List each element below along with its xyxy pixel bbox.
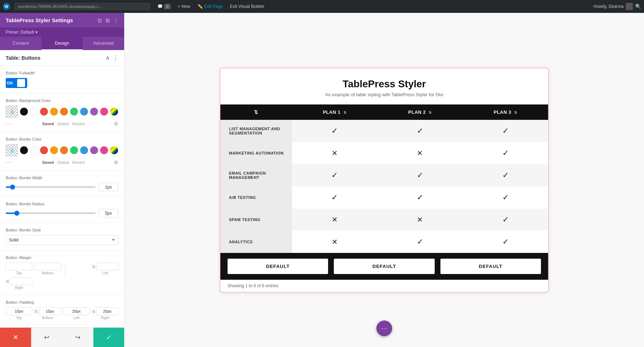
tab-content[interactable]: Content — [0, 37, 42, 50]
browser-bar: W wordpress-784896-3610405.cloudwaysapps… — [0, 0, 644, 13]
padding-bottom-label: Bottom — [42, 316, 54, 320]
eyedropper-icon: 💧 — [9, 109, 15, 114]
comment-icon[interactable]: 💬 0 — [155, 3, 174, 11]
sort-icon-empty[interactable]: ⇅ — [254, 109, 258, 115]
padding-top-input[interactable]: 10px — [6, 307, 32, 315]
section-title: Table: Buttons — [6, 55, 40, 61]
border-color-tab-global[interactable]: Global — [57, 160, 69, 165]
expand-icon[interactable]: ⊡ — [98, 18, 102, 23]
plan3-cell-0: ✓ — [463, 120, 548, 142]
url-bar[interactable]: wordpress-784896-3610405.cloudwaysapps.c… — [14, 3, 150, 10]
color-tab-global[interactable]: Global — [57, 122, 69, 126]
bg-color-preview[interactable]: 💧 — [6, 106, 18, 118]
bg-color-section: Button: Background Color 💧 — [0, 93, 124, 132]
more-options-icon[interactable]: ⋮ — [113, 18, 118, 23]
section-more-icon[interactable]: ⋮ — [113, 54, 118, 61]
color-dot-black[interactable] — [20, 108, 28, 116]
plan1-cell-5: ✕ — [292, 231, 377, 253]
color-footer-tabs: Saved Global Recent — [42, 122, 85, 126]
fab-button[interactable]: ··· — [376, 321, 392, 336]
margin-top-label: Top — [16, 271, 22, 275]
more-colors-icon[interactable]: ··· — [6, 120, 13, 127]
cross-icon: ✕ — [332, 216, 338, 224]
border-color-dot-purple[interactable] — [90, 146, 98, 154]
border-width-slider-field: 1px — [6, 183, 118, 191]
edit-page-nav-item[interactable]: ✏️ Edit Page — [195, 3, 226, 10]
tab-advanced[interactable]: Advanced — [83, 37, 124, 50]
border-color-gear-icon[interactable]: ⚙ — [114, 160, 118, 165]
color-dot-orange[interactable] — [60, 108, 68, 116]
padding-left-label: Left — [73, 316, 79, 320]
border-color-dot-white[interactable] — [30, 146, 38, 154]
border-more-colors-icon[interactable]: ··· — [6, 158, 13, 166]
margin-bottom-input[interactable] — [34, 263, 61, 270]
padding-right-input[interactable]: 20px — [96, 307, 118, 315]
border-radius-field: Button: Border Radius 5px — [0, 197, 124, 223]
border-color-dot-black[interactable] — [20, 146, 28, 154]
color-dot-gradient[interactable] — [110, 108, 118, 116]
sort-icon-plan1[interactable]: ⇅ — [343, 111, 347, 114]
exit-visual-builder-nav-item[interactable]: Exit Visual Builder — [227, 3, 268, 10]
color-dot-blue[interactable] — [80, 108, 88, 116]
color-dot-purple[interactable] — [90, 108, 98, 116]
margin-left-input[interactable] — [96, 263, 118, 270]
border-color-preview[interactable]: 💧 — [6, 144, 18, 156]
border-color-dot-red[interactable] — [40, 146, 48, 154]
color-dot-green[interactable] — [70, 108, 78, 116]
border-color-dot-green[interactable] — [70, 146, 78, 154]
border-radius-input[interactable]: 5px — [98, 209, 118, 218]
color-tab-saved[interactable]: Saved — [42, 122, 54, 126]
tab-design[interactable]: Design — [42, 37, 83, 50]
undo-button[interactable]: ↩ — [31, 328, 62, 347]
plan1-button[interactable]: DEFAULT — [228, 259, 328, 274]
border-color-tab-saved[interactable]: Saved — [42, 160, 54, 165]
border-color-dot-pink[interactable] — [100, 146, 108, 154]
collapse-icon[interactable]: ∧ — [106, 54, 110, 61]
plan3-button[interactable]: DEFAULT — [440, 259, 541, 274]
color-dot-white[interactable] — [30, 108, 38, 116]
margin-right-input[interactable] — [10, 277, 32, 285]
color-dot-pink[interactable] — [100, 108, 108, 116]
border-width-slider[interactable] — [6, 186, 96, 188]
redo-button[interactable]: ↪ — [62, 328, 93, 347]
border-radius-slider[interactable] — [6, 212, 96, 214]
padding-left-wrap: 20px — [63, 307, 90, 315]
margin-top-input[interactable] — [6, 263, 32, 270]
border-width-input[interactable]: 1px — [98, 183, 118, 191]
close-button[interactable]: ✕ — [0, 328, 31, 347]
padding-left-input[interactable]: 20px — [63, 307, 90, 315]
wp-logo-icon[interactable]: W — [3, 3, 10, 10]
plan2-button[interactable]: DEFAULT — [334, 259, 434, 274]
sort-icon-plan3[interactable]: ⇅ — [514, 111, 517, 114]
margin-field: Button: Margin Top Bottom — [0, 250, 124, 295]
border-color-dot-gradient[interactable] — [110, 146, 118, 154]
color-dot-yellow[interactable] — [50, 108, 58, 116]
cross-icon: ✕ — [417, 149, 423, 157]
sidebar-header: TablePress Styler Settings ⊡ ⊟ ⋮ — [0, 13, 124, 28]
border-color-dot-orange[interactable] — [60, 146, 68, 154]
color-gear-icon[interactable]: ⚙ — [114, 121, 118, 127]
color-dot-red[interactable] — [40, 108, 48, 116]
border-color-label: Button: Border Color — [6, 137, 118, 141]
check-icon: ✓ — [502, 148, 509, 157]
border-color-dot-yellow[interactable] — [50, 146, 58, 154]
plan2-cell-3: ✓ — [377, 186, 463, 209]
plan1-cell-0: ✓ — [292, 120, 377, 142]
sort-icon-plan2[interactable]: ⇅ — [429, 111, 432, 114]
padding-label: Button: Padding — [6, 300, 118, 304]
howdy-text: Howdy, Deanna 🔍 — [594, 3, 641, 10]
new-nav-item[interactable]: + New — [175, 3, 193, 10]
search-icon[interactable]: 🔍 — [635, 4, 641, 9]
columns-icon[interactable]: ⊟ — [106, 18, 110, 23]
color-tab-recent[interactable]: Recent — [72, 122, 85, 126]
border-color-dot-blue[interactable] — [80, 146, 88, 154]
main-layout: TablePress Styler Settings ⊡ ⊟ ⋮ Preset:… — [0, 13, 644, 347]
plan1-cell-1: ✕ — [292, 142, 377, 164]
border-color-tab-recent[interactable]: Recent — [72, 160, 85, 165]
fullwidth-toggle[interactable]: ON — [6, 78, 27, 88]
preset-bar[interactable]: Preset: Default ▾ — [0, 28, 124, 37]
bg-color-label: Button: Background Color — [6, 98, 118, 103]
padding-bottom-input[interactable]: 10px — [39, 307, 61, 315]
border-style-select[interactable]: Solid Dashed Dotted None — [6, 235, 118, 245]
save-button[interactable]: ✓ — [93, 328, 125, 347]
